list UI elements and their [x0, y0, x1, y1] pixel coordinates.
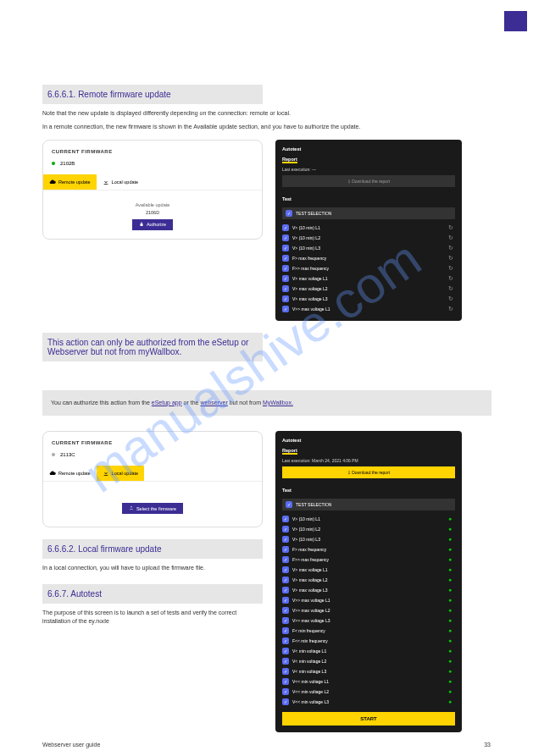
esetup-link[interactable]: eSetup app: [152, 400, 182, 406]
check-icon: ●: [448, 658, 455, 665]
test-row: ✓V<< min voltage L3●: [282, 697, 455, 707]
checkbox-icon[interactable]: ✓: [282, 285, 289, 292]
test-label: F>> max frequency: [292, 557, 445, 562]
test-label: V> (10 min) L2: [292, 235, 445, 240]
at-last-exec: Last execution: March 24, 2021 4:06 PM: [282, 458, 455, 463]
test-label: V< min voltage L1: [292, 648, 445, 654]
test-label: V> max voltage L3: [292, 296, 445, 301]
checkbox-icon[interactable]: ✓: [282, 566, 289, 573]
refresh-icon: ↻: [448, 224, 455, 231]
note-text: but not from: [230, 400, 263, 406]
checkbox-icon[interactable]: ✓: [282, 577, 289, 583]
checkbox-icon[interactable]: ✓: [282, 224, 289, 231]
test-label: F< min frequency: [292, 628, 445, 633]
checkbox-icon[interactable]: ✓: [282, 597, 289, 604]
autotest-panel-2: Autotest Report Last execution: March 24…: [275, 431, 462, 732]
test-row: ✓V>> max voltage L2●: [282, 605, 455, 615]
tab-label: Local update: [112, 471, 139, 476]
checkbox-icon[interactable]: ✓: [282, 245, 289, 251]
test-label: V> (10 min) L3: [292, 537, 445, 542]
test-row: ✓F< min frequency●: [282, 626, 455, 636]
checkbox-icon[interactable]: ✓: [282, 658, 289, 665]
body-text: Note that the new update is displayed di…: [42, 109, 491, 118]
authorize-button[interactable]: Authorize: [132, 219, 173, 230]
refresh-icon: ↻: [448, 255, 455, 262]
fw-version-row: 2102B: [52, 161, 253, 166]
download-report-button[interactable]: ⇩ Download the report: [282, 175, 455, 187]
checkbox-icon[interactable]: ✓: [282, 546, 289, 553]
checkbox-icon[interactable]: ✓: [282, 668, 289, 675]
fw-version-text: 2113C: [60, 452, 75, 457]
test-label: V>> max voltage L2: [292, 608, 445, 613]
checkbox-icon[interactable]: ✓: [282, 617, 289, 624]
test-label: V> max voltage L1: [292, 567, 445, 572]
check-icon: ●: [448, 698, 455, 705]
header-brand-box: [504, 11, 527, 31]
test-row: ✓V> max voltage L1●: [282, 565, 455, 575]
fw-title: CURRENT FIRMWARE: [52, 149, 253, 154]
body-text: In a remote connection, the new firmware…: [42, 123, 491, 131]
test-label: V<< min voltage L3: [292, 699, 445, 704]
check-icon: ●: [448, 566, 455, 573]
checkbox-icon[interactable]: ✓: [282, 587, 289, 593]
check-icon: ●: [448, 516, 455, 522]
checkbox-icon[interactable]: ✓: [282, 536, 289, 543]
start-button[interactable]: START: [282, 712, 455, 726]
at-title: Autotest: [282, 146, 455, 152]
checkbox-icon[interactable]: ✓: [282, 255, 289, 262]
test-row: ✓V<< min voltage L2●: [282, 687, 455, 697]
tab-remote-update[interactable]: Remote update: [43, 466, 97, 481]
checkbox-icon[interactable]: ✓: [282, 648, 289, 654]
firmware-card-remote: CURRENT FIRMWARE 2102B Remote update Loc…: [42, 140, 263, 240]
test-row: ✓F> max frequency●: [282, 544, 455, 555]
checkbox-icon[interactable]: ✓: [286, 210, 292, 217]
refresh-icon: ↻: [448, 285, 455, 292]
download-report-button[interactable]: ⇩ Download the report: [282, 466, 455, 478]
refresh-icon: ↻: [448, 265, 455, 272]
checkbox-icon[interactable]: ✓: [286, 501, 292, 508]
checkbox-icon[interactable]: ✓: [282, 556, 289, 563]
test-label: F> max frequency: [292, 256, 445, 261]
mywallbox-link[interactable]: MyWallbox.: [263, 400, 293, 406]
checkbox-icon[interactable]: ✓: [282, 275, 289, 282]
section-title-remote: 6.6.6.1. Remote firmware update: [42, 85, 263, 104]
available-update-label: Available update: [52, 202, 253, 207]
lock-icon: [139, 222, 144, 228]
checkbox-icon[interactable]: ✓: [282, 265, 289, 272]
body-text: The purpose of this screen is to launch …: [42, 609, 263, 626]
select-firmware-button[interactable]: Select the firmware: [122, 503, 183, 514]
tab-remote-update[interactable]: Remote update: [43, 174, 97, 190]
checkbox-icon[interactable]: ✓: [282, 295, 289, 302]
check-icon: ●: [448, 627, 455, 634]
checkbox-icon[interactable]: ✓: [282, 678, 289, 685]
checkbox-icon[interactable]: ✓: [282, 306, 289, 312]
button-label: Select the firmware: [136, 506, 176, 511]
note-text: You can authorize this action from the: [51, 400, 152, 406]
tab-row: Remote update Local update: [43, 466, 262, 482]
test-row: ✓V< min voltage L2●: [282, 656, 455, 666]
available-version: 2106D: [52, 210, 253, 215]
webserver-link[interactable]: webserver: [200, 400, 227, 406]
checkbox-icon[interactable]: ✓: [282, 607, 289, 614]
upload-icon: [129, 505, 134, 511]
test-row: ✓V> (10 min) L1●: [282, 514, 455, 524]
checkbox-icon[interactable]: ✓: [282, 516, 289, 522]
cloud-icon: [49, 179, 56, 185]
footer-page-number: 33: [484, 742, 491, 748]
checkbox-icon[interactable]: ✓: [282, 627, 289, 634]
check-icon: ●: [448, 637, 455, 644]
tab-local-update[interactable]: Local update: [97, 174, 145, 190]
firmware-card-local: CURRENT FIRMWARE 2113C Remote update Loc…: [42, 431, 263, 527]
test-row: ✓F>> max frequency●: [282, 555, 455, 565]
test-row: ✓V> (10 min) L3↻: [282, 243, 455, 253]
checkbox-icon[interactable]: ✓: [282, 688, 289, 695]
test-row: ✓V>> max voltage L1●: [282, 595, 455, 605]
th-label: TEST SELECTION: [296, 502, 452, 507]
checkbox-icon[interactable]: ✓: [282, 698, 289, 705]
test-label: F>> max frequency: [292, 266, 445, 271]
checkbox-icon[interactable]: ✓: [282, 235, 289, 241]
checkbox-icon[interactable]: ✓: [282, 637, 289, 644]
download-label: Download the report: [352, 179, 390, 184]
checkbox-icon[interactable]: ✓: [282, 526, 289, 533]
tab-local-update[interactable]: Local update: [97, 466, 145, 481]
